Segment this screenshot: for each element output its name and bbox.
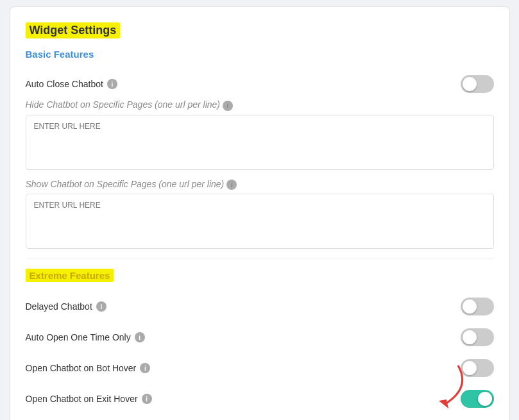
bot-hover-toggle-track[interactable] <box>461 359 494 377</box>
delayed-chatbot-toggle-knob <box>463 299 477 314</box>
auto-close-toggle[interactable] <box>461 75 494 93</box>
show-chatbot-info-icon[interactable]: i <box>226 180 237 190</box>
page-title: Widget Settings <box>26 22 121 38</box>
bot-hover-label: Open Chatbot on Bot Hover i <box>26 363 151 373</box>
auto-close-toggle-track[interactable] <box>461 75 494 93</box>
hide-chatbot-textarea[interactable] <box>34 122 486 160</box>
auto-open-toggle-track[interactable] <box>461 328 494 346</box>
auto-open-toggle-knob <box>463 330 477 344</box>
select-chatbot-row: Select Chatbot for Exit Popup i Exit Bot… <box>26 414 494 420</box>
auto-close-info-icon[interactable]: i <box>107 79 117 89</box>
bot-hover-toggle-knob <box>463 361 477 375</box>
delayed-chatbot-toggle-track[interactable] <box>461 298 494 315</box>
exit-hover-label: Open Chatbot on Exit Hover i <box>26 394 152 404</box>
exit-hover-toggle-track[interactable] <box>461 390 494 408</box>
show-chatbot-textarea-wrapper <box>26 194 494 249</box>
auto-close-label: Auto Close Chatbot i <box>26 79 117 89</box>
hide-chatbot-section: Hide Chatbot on Specific Pages (one url … <box>26 99 494 170</box>
hide-chatbot-label: Hide Chatbot on Specific Pages (one url … <box>26 99 494 111</box>
show-chatbot-label: Show Chatbot on Specific Pages (one url … <box>26 179 494 190</box>
delayed-chatbot-label: Delayed Chatbot i <box>26 301 106 312</box>
delayed-chatbot-info-icon[interactable]: i <box>96 301 106 312</box>
extreme-features-heading: Extreme Features <box>26 269 114 282</box>
exit-hover-row: Open Chatbot on Exit Hover i <box>26 383 494 414</box>
exit-hover-info-icon[interactable]: i <box>142 394 152 404</box>
auto-open-toggle[interactable] <box>461 328 494 346</box>
delayed-chatbot-row: Delayed Chatbot i <box>26 291 494 322</box>
auto-open-info-icon[interactable]: i <box>135 332 145 342</box>
hide-chatbot-textarea-wrapper <box>26 115 494 170</box>
delayed-chatbot-toggle[interactable] <box>461 298 494 315</box>
widget-settings-card: Widget Settings Basic Features Auto Clos… <box>10 6 510 420</box>
section-divider <box>26 258 494 258</box>
auto-open-label: Auto Open One Time Only i <box>26 332 145 342</box>
bot-hover-toggle[interactable] <box>461 359 494 377</box>
bot-hover-info-icon[interactable]: i <box>140 363 150 373</box>
basic-features-heading: Basic Features <box>26 49 494 60</box>
show-chatbot-section: Show Chatbot on Specific Pages (one url … <box>26 179 494 249</box>
show-chatbot-textarea[interactable] <box>34 201 486 239</box>
exit-hover-toggle[interactable] <box>461 390 494 408</box>
auto-close-toggle-knob <box>463 77 477 91</box>
hide-chatbot-info-icon[interactable]: i <box>223 101 233 111</box>
bot-hover-row: Open Chatbot on Bot Hover i <box>26 353 494 383</box>
auto-open-row: Auto Open One Time Only i <box>26 322 494 353</box>
exit-hover-toggle-knob <box>478 392 492 406</box>
auto-close-row: Auto Close Chatbot i <box>26 69 494 99</box>
